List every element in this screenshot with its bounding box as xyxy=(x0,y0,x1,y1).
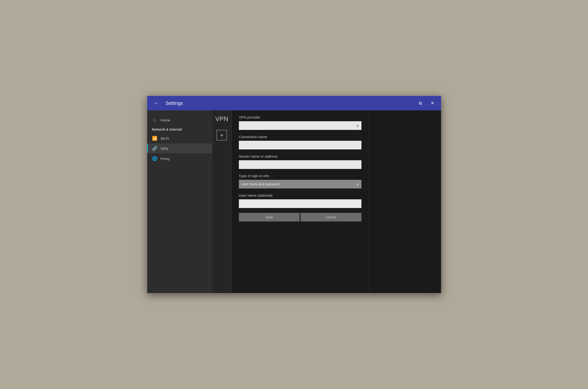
connection-name-input[interactable] xyxy=(239,141,362,149)
connection-name-label: Connection name xyxy=(239,135,362,139)
proxy-icon: 🌐 xyxy=(152,156,157,161)
sign-in-select-wrapper: ∨ User name and password xyxy=(239,180,362,189)
titlebar: ← Settings ⧉ ✕ xyxy=(147,96,441,110)
sidebar-section-network: Network & Internet xyxy=(147,125,212,133)
server-name-group: Server name or address xyxy=(239,154,362,169)
form-button-row: Save Cancel xyxy=(239,213,362,222)
home-icon: ⌂ xyxy=(152,118,157,123)
sidebar-wifi-label: Wi-Fi xyxy=(161,136,169,140)
back-button[interactable]: ← xyxy=(152,99,161,107)
cancel-button[interactable]: Cancel xyxy=(301,213,362,222)
username-input[interactable] xyxy=(239,199,362,208)
server-name-label: Server name or address xyxy=(239,154,362,158)
server-name-input[interactable] xyxy=(239,160,362,169)
window-title: Settings xyxy=(166,100,417,106)
content-area: ⌂ Home Network & Internet 📶 Wi-Fi 🔗 VPN … xyxy=(147,110,441,293)
window-controls: ⧉ ✕ xyxy=(417,100,436,106)
vpn-provider-select-wrapper: ∨ xyxy=(239,121,362,130)
save-button[interactable]: Save xyxy=(239,213,300,222)
sidebar-item-home[interactable]: ⌂ Home xyxy=(147,115,212,125)
main-panel: VPN + VPN provider ∨ Connect xyxy=(212,110,441,293)
sign-in-label: Type of sign-in info xyxy=(239,174,362,178)
sidebar-proxy-label: Proxy xyxy=(161,157,170,161)
sidebar-vpn-label: VPN xyxy=(161,147,168,151)
sidebar: ⌂ Home Network & Internet 📶 Wi-Fi 🔗 VPN … xyxy=(147,110,212,293)
add-vpn-button[interactable]: + xyxy=(217,130,227,140)
sidebar-home-label: Home xyxy=(161,118,170,122)
restore-button[interactable]: ⧉ xyxy=(417,100,424,106)
username-group: User name (optional) xyxy=(239,193,362,208)
connection-name-group: Connection name xyxy=(239,135,362,149)
username-label: User name (optional) xyxy=(239,193,362,197)
sidebar-item-proxy[interactable]: 🌐 Proxy xyxy=(147,154,212,164)
vpn-provider-group: VPN provider ∨ xyxy=(239,115,362,130)
vpn-heading: VPN xyxy=(215,113,228,128)
vpn-provider-label: VPN provider xyxy=(239,115,362,119)
wifi-icon: 📶 xyxy=(152,136,157,141)
sidebar-item-vpn[interactable]: 🔗 VPN xyxy=(147,143,212,154)
close-button[interactable]: ✕ xyxy=(429,100,436,106)
vpn-provider-select[interactable] xyxy=(239,121,362,130)
vpn-form-panel: VPN provider ∨ Connection name Server xyxy=(232,110,369,293)
empty-right-panel xyxy=(369,110,441,293)
vpn-list-panel: VPN + xyxy=(212,110,232,293)
sidebar-item-wifi[interactable]: 📶 Wi-Fi xyxy=(147,133,212,143)
sign-in-select[interactable] xyxy=(239,180,362,189)
settings-window: ← Settings ⧉ ✕ ⌂ Home Network & Internet… xyxy=(147,96,441,293)
vpn-icon: 🔗 xyxy=(152,146,157,151)
sign-in-group: Type of sign-in info ∨ User name and pas… xyxy=(239,174,362,189)
